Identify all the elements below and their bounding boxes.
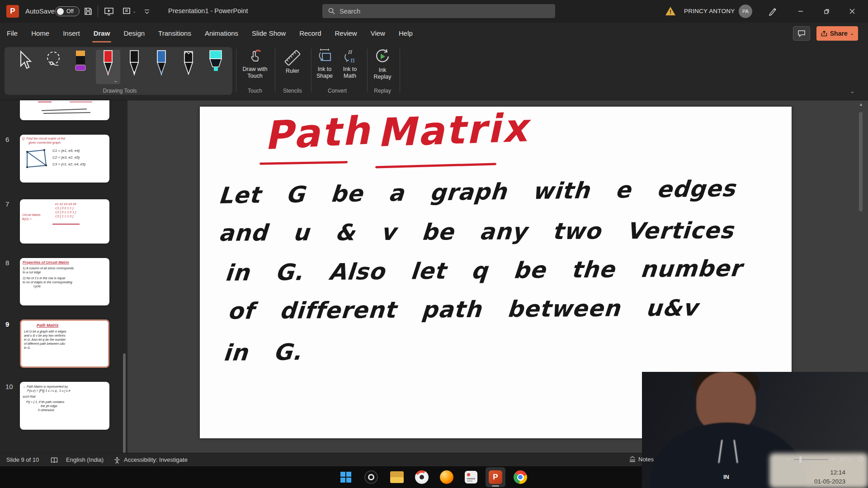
save-icon[interactable]: [82, 6, 94, 17]
thumb-black-line: → Path Matrix is represented by: [23, 385, 107, 389]
ribbon-draw: ⌄ Drawing Tools Draw with Touch Touch: [0, 44, 868, 100]
ink-replay-label2: Replay: [374, 74, 392, 80]
tab-record[interactable]: Record: [292, 23, 328, 44]
notes-icon: [628, 456, 637, 463]
new-slide-icon[interactable]: ⌄: [120, 6, 138, 17]
avatar[interactable]: PA: [739, 5, 752, 18]
thumb-black-line: 0 otherwise: [23, 408, 107, 412]
ruler-button[interactable]: Ruler: [275, 48, 310, 75]
thumb-title: Path Matrix: [24, 323, 105, 328]
ink-to-shape-label1: Ink to: [318, 66, 332, 73]
group-label-drawing-tools: Drawing Tools: [86, 88, 154, 94]
tab-home[interactable]: Home: [24, 23, 56, 44]
search-input[interactable]: Search: [322, 4, 555, 18]
ink-to-shape-button[interactable]: Ink to Shape: [312, 48, 337, 80]
taskbar-search-camera[interactable]: [361, 467, 381, 487]
share-chevron-icon: ⌄: [850, 31, 854, 36]
pen-red-icon: [101, 50, 115, 76]
tab-animations[interactable]: Animations: [198, 23, 245, 44]
thumbnail-slide-8[interactable]: Properties of Circuit Matrix 1) A column…: [20, 258, 109, 305]
taskbar-start-button[interactable]: [336, 467, 356, 487]
pen-red-tool[interactable]: ⌄: [96, 50, 120, 84]
eraser-tool[interactable]: [68, 50, 93, 84]
thumb-black-line: C2 = {e3, e2, e5}: [52, 154, 85, 161]
thumbnail-slide-7[interactable]: Circuit Matrix B(G) = e1 e2 e3 e4 e5 C1 …: [20, 199, 109, 244]
ink-to-shape-icon: [316, 48, 333, 64]
scrollbar-thumb[interactable]: [859, 112, 863, 211]
group-label-convert: Convert: [312, 88, 363, 94]
thumbnail-number: 6: [5, 136, 9, 143]
taskbar-powerpoint-active[interactable]: P: [486, 467, 505, 487]
taskbar-file-explorer[interactable]: [387, 467, 407, 487]
collapse-ribbon-chevron-icon[interactable]: ⌄: [850, 88, 855, 94]
autosave-toggle[interactable]: Off: [55, 6, 80, 16]
tab-slide-show[interactable]: Slide Show: [245, 23, 292, 44]
taskbar-firefox[interactable]: [437, 467, 457, 487]
ink-replay-button[interactable]: Ink Replay: [367, 48, 398, 80]
lasso-icon: [45, 50, 63, 71]
thumbnail-slide-10[interactable]: → Path Matrix is represented by P(u,v) =…: [20, 382, 109, 430]
minimize-button[interactable]: [790, 0, 811, 23]
customize-qat-icon[interactable]: [141, 6, 153, 17]
tab-transitions[interactable]: Transitions: [151, 23, 198, 44]
share-button[interactable]: Share ⌄: [816, 26, 858, 41]
pen-blue-icon: [155, 50, 168, 76]
ink-stroke: [52, 224, 80, 225]
comments-button[interactable]: [793, 26, 810, 41]
close-button[interactable]: [842, 0, 863, 23]
pencil-tool[interactable]: [176, 50, 201, 84]
tab-help[interactable]: Help: [392, 23, 420, 44]
thumbnail-partial[interactable]: [20, 100, 109, 120]
draw-with-touch-button[interactable]: Draw with Touch: [236, 48, 274, 80]
zoom-slider-handle[interactable]: [799, 456, 802, 463]
zoom-level[interactable]: 82%: [840, 456, 852, 463]
thumbnail-slide-9-selected[interactable]: Path Matrix Let G be a graph with e edge…: [20, 319, 109, 368]
pen-options-chevron-icon[interactable]: ⌄: [114, 78, 118, 83]
windows-logo-icon: [340, 472, 351, 483]
ink-to-shape-label2: Shape: [316, 73, 333, 80]
restore-button[interactable]: [816, 0, 837, 23]
language-status[interactable]: English (India): [66, 456, 104, 463]
pen-black-tool[interactable]: [122, 50, 146, 84]
zoom-in-button[interactable]: +: [831, 455, 835, 462]
taskbar-snip-app[interactable]: [461, 467, 481, 487]
tab-file[interactable]: File: [0, 23, 24, 44]
slide-handwriting-line: in G.: [222, 339, 303, 366]
scroll-up-icon[interactable]: ▲: [859, 102, 863, 107]
taskbar-clock[interactable]: 12:14 01-05-2023: [787, 468, 845, 486]
clock-time: 12:14: [787, 468, 845, 477]
highlighter-tool[interactable]: [203, 50, 228, 84]
tab-design[interactable]: Design: [117, 23, 151, 44]
thumbnail-slide-6[interactable]: Q. Find the circuit matrix of the given …: [20, 135, 109, 183]
group-label-stencils: Stencils: [275, 88, 310, 94]
tab-review[interactable]: Review: [328, 23, 364, 44]
firefox-icon: [440, 470, 453, 484]
autosave-state: Off: [66, 8, 74, 14]
select-tool[interactable]: [12, 50, 36, 84]
ink-to-math-icon: π π: [341, 48, 359, 64]
accessibility-icon[interactable]: [114, 457, 120, 464]
folder-icon: [390, 471, 404, 483]
tab-view[interactable]: View: [364, 23, 392, 44]
taskbar-chrome[interactable]: [510, 467, 530, 487]
lasso-select-tool[interactable]: [42, 50, 66, 84]
tab-insert[interactable]: Insert: [56, 23, 87, 44]
fit-to-window-icon[interactable]: [857, 455, 864, 463]
tab-draw[interactable]: Draw: [87, 23, 117, 44]
ruler-icon: [283, 48, 302, 66]
taskbar-browser[interactable]: [412, 467, 432, 487]
zoom-out-button[interactable]: −: [786, 455, 790, 463]
accessibility-status[interactable]: Accessibility: Investigate: [124, 456, 188, 463]
taskbar-language-indicator[interactable]: IN: [723, 474, 729, 480]
notes-button[interactable]: Notes: [638, 456, 654, 463]
ink-to-math-button[interactable]: π π Ink to Math: [337, 48, 363, 80]
slide-title-word-path: Path: [263, 108, 373, 158]
toggle-knob: [57, 8, 64, 15]
spellcheck-book-icon[interactable]: [51, 457, 58, 464]
thumb-black-line: of different path between u&v: [24, 342, 105, 346]
pen-blue-tool[interactable]: [149, 50, 174, 84]
start-slideshow-icon[interactable]: [103, 6, 115, 17]
ink-to-math-label2: Math: [344, 73, 356, 80]
ink-pen-icon[interactable]: [767, 6, 778, 17]
browser-icon: [415, 470, 429, 484]
